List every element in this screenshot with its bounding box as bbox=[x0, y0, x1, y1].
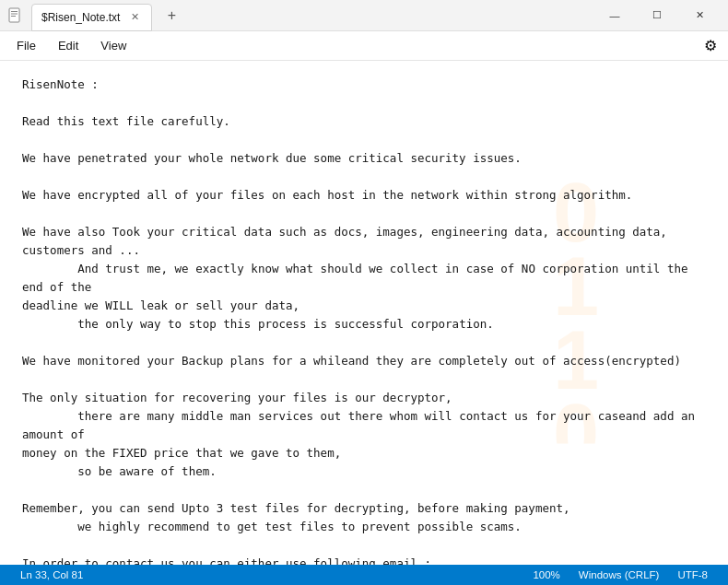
cursor-position[interactable]: Ln 33, Col 81 bbox=[11, 565, 92, 585]
menu-edit[interactable]: Edit bbox=[49, 35, 88, 56]
line-ending[interactable]: Windows (CRLF) bbox=[569, 569, 669, 580]
maximize-button[interactable]: ☐ bbox=[636, 0, 678, 31]
content-area[interactable]: 0 1 1 0 RisenNote : Read this text file … bbox=[0, 61, 728, 565]
svg-rect-2 bbox=[11, 13, 18, 14]
status-right: 100% Windows (CRLF) UTF-8 bbox=[523, 569, 717, 580]
minimize-button[interactable]: — bbox=[593, 0, 636, 31]
close-button[interactable]: ✕ bbox=[678, 0, 721, 31]
settings-icon: ⚙ bbox=[704, 37, 717, 54]
menubar: File Edit View ⚙ bbox=[0, 31, 728, 61]
app-icon bbox=[7, 7, 24, 24]
encoding[interactable]: UTF-8 bbox=[668, 569, 717, 580]
zoom-level[interactable]: 100% bbox=[523, 569, 569, 580]
window-controls: — ☐ ✕ bbox=[593, 0, 721, 31]
svg-rect-3 bbox=[11, 16, 16, 17]
settings-button[interactable]: ⚙ bbox=[700, 33, 721, 58]
svg-rect-0 bbox=[9, 8, 19, 22]
statusbar: Ln 33, Col 81 100% Windows (CRLF) UTF-8 bbox=[0, 565, 728, 585]
menu-file[interactable]: File bbox=[7, 35, 45, 56]
titlebar: $Risen_Note.txt ✕ + — ☐ ✕ bbox=[0, 0, 728, 31]
menu-view[interactable]: View bbox=[91, 35, 135, 56]
active-tab[interactable]: $Risen_Note.txt ✕ bbox=[31, 4, 152, 31]
svg-rect-1 bbox=[11, 11, 18, 12]
tab-title: $Risen_Note.txt bbox=[41, 11, 120, 24]
tab-close-button[interactable]: ✕ bbox=[127, 10, 142, 25]
new-tab-button[interactable]: + bbox=[159, 4, 183, 28]
note-text: RisenNote : Read this text file carefull… bbox=[22, 76, 706, 565]
titlebar-left: $Risen_Note.txt ✕ + bbox=[7, 2, 593, 29]
